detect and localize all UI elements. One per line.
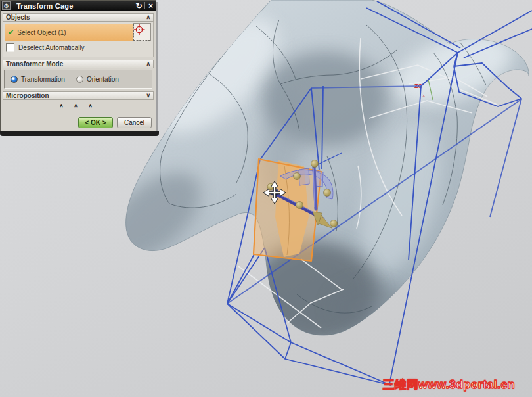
crosshair-target-icon — [133, 24, 150, 41]
dialog-title: Transform Cage — [11, 2, 134, 10]
svg-text:×: × — [422, 93, 425, 98]
transformer-mode-panel: Transformation Orientation — [4, 70, 152, 89]
deselect-automatically-row[interactable]: Deselect Automatically — [6, 43, 85, 52]
reset-icon[interactable]: ↻ — [134, 1, 144, 11]
dialog-titlebar[interactable]: ⚙ Transform Cage ↻ × — [1, 1, 156, 11]
application-window: ZC × — [0, 0, 532, 397]
objects-header-label: Objects — [6, 14, 30, 21]
deselect-checkbox[interactable] — [6, 43, 14, 52]
control-point-handle[interactable] — [330, 220, 338, 227]
control-point-handle[interactable] — [324, 189, 331, 197]
orientation-radio-label[interactable]: Orientation — [87, 76, 119, 83]
transformation-radio[interactable] — [11, 76, 18, 83]
control-point-handle[interactable] — [311, 160, 319, 168]
gear-icon: ⚙ — [2, 1, 11, 10]
dialog-shadow — [156, 2, 158, 133]
chevron-up-icon[interactable]: ∧ — [146, 14, 150, 20]
chevron-up-icon[interactable]: ∧ — [146, 61, 150, 67]
section-header-transformer-mode[interactable]: Transformer Mode ∧ — [3, 60, 154, 68]
snap-point-button[interactable] — [133, 23, 151, 41]
control-point-handle[interactable] — [296, 202, 303, 209]
check-icon: ✔ — [8, 28, 14, 37]
ok-button[interactable]: < OK > — [78, 117, 113, 128]
orientation-radio[interactable] — [76, 76, 83, 83]
control-point-handle[interactable] — [294, 173, 301, 180]
microposition-header-label: Microposition — [6, 92, 49, 99]
cancel-button[interactable]: Cancel — [117, 117, 152, 128]
deselect-checkbox-label: Deselect Automatically — [18, 44, 85, 51]
section-header-microposition[interactable]: Microposition ∨ — [3, 91, 154, 100]
dialog-collapse-arrows[interactable]: ∧ ∧ ∧ — [1, 103, 156, 108]
objects-panel: ✔ Select Object (1) Deselect — [3, 22, 154, 57]
dialog-bottom-bar — [0, 131, 159, 136]
dialog-button-row: < OK > Cancel — [78, 117, 152, 128]
select-object-label: Select Object (1) — [17, 29, 66, 36]
select-object-row[interactable]: ✔ Select Object (1) — [5, 24, 133, 41]
section-header-objects[interactable]: Objects ∧ — [3, 13, 154, 22]
watermark-text: 三维网www.3dportal.cn — [383, 377, 515, 392]
transformation-radio-label[interactable]: Transformation — [21, 76, 65, 83]
transformer-mode-header-label: Transformer Mode — [6, 60, 63, 68]
transform-cage-dialog: ⚙ Transform Cage ↻ × Objects ∧ ✔ Select … — [0, 0, 156, 131]
titlebar-separator — [144, 2, 145, 9]
close-icon[interactable]: × — [146, 1, 156, 11]
chevron-down-icon[interactable]: ∨ — [146, 93, 150, 99]
